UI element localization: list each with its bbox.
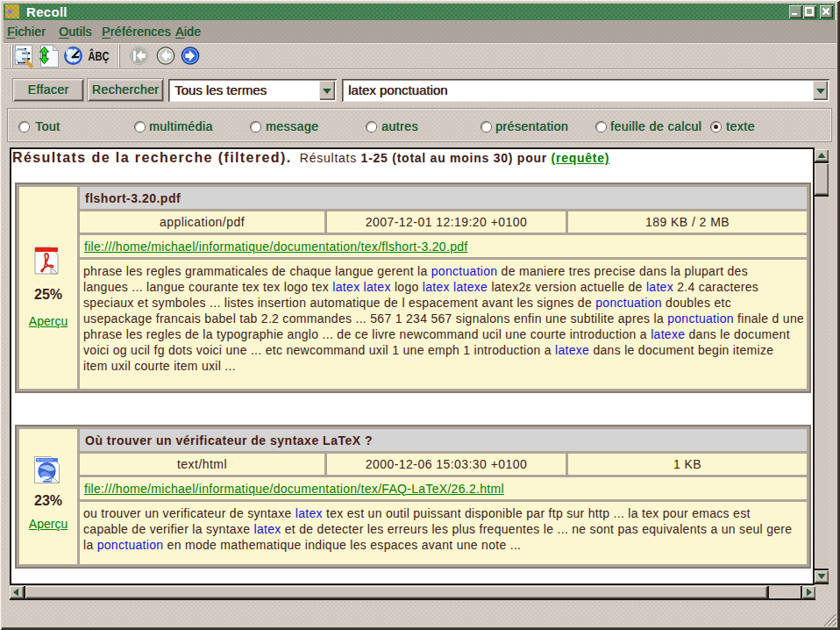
svg-text:ÂBÇ: ÂBÇ — [89, 48, 110, 63]
